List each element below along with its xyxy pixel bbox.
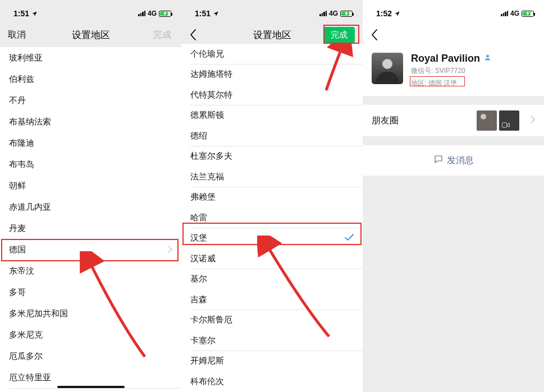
network-label: 4G [148, 10, 157, 17]
home-indicator [57, 386, 125, 388]
city-label: 科布伦次 [190, 376, 224, 387]
list-item[interactable]: 基尔 [181, 269, 363, 290]
navbar [363, 22, 544, 47]
country-label: 玻利维亚 [9, 53, 43, 63]
country-label: 布基纳法索 [9, 117, 51, 127]
city-list[interactable]: 个伦瑜兄达姆施塔特代特莫尔特德累斯顿德绍杜塞尔多夫法兰克福弗赖堡哈雷汉堡汉诺威基… [181, 44, 363, 392]
network-label: 4G [329, 10, 338, 17]
country-label: 布韦岛 [9, 159, 34, 170]
list-item[interactable]: 朝鲜 [0, 175, 181, 196]
chat-icon [433, 154, 444, 167]
list-item[interactable]: 德累斯顿 [181, 105, 363, 126]
list-item[interactable]: 卡塞尔 [181, 330, 363, 351]
list-item[interactable]: 科布伦次 [181, 371, 363, 392]
city-label: 法兰克福 [190, 172, 224, 182]
list-item[interactable]: 德绍 [181, 126, 363, 146]
battery-icon [340, 11, 353, 17]
list-item[interactable]: 法兰克福 [181, 167, 363, 187]
checkmark-icon [345, 233, 354, 243]
friend-icon [483, 53, 492, 64]
country-label: 厄瓜多尔 [9, 351, 43, 362]
send-message-label: 发消息 [447, 155, 474, 167]
city-label: 哈雷 [190, 213, 207, 223]
list-item[interactable]: 丹麦 [0, 218, 181, 239]
city-label: 吉森 [190, 294, 207, 305]
cancel-button[interactable]: 取消 [8, 22, 26, 47]
list-item[interactable]: 卡尔斯鲁厄 [181, 310, 363, 331]
list-item[interactable]: 多哥 [0, 282, 181, 303]
page-title: 设置地区 [253, 29, 291, 41]
list-item[interactable]: 汉诺威 [181, 248, 363, 269]
status-time: 1:51 [13, 9, 29, 18]
list-item[interactable]: 达姆施塔特 [181, 64, 363, 85]
status-bar: 1:52 4G [363, 0, 544, 22]
region-text: 地区: 德国 汉堡 [411, 79, 457, 87]
battery-icon [159, 11, 171, 17]
list-item[interactable]: 布隆迪 [0, 132, 181, 154]
screen-profile: 1:52 4G [363, 0, 544, 392]
list-item[interactable]: 吉森 [181, 289, 363, 310]
signal-icon [138, 11, 145, 16]
list-item[interactable]: 不丹 [0, 90, 181, 111]
moments-thumbs [477, 110, 519, 131]
list-item[interactable]: 弗赖堡 [181, 187, 363, 208]
country-label: 多米尼加共和国 [9, 308, 68, 319]
list-item[interactable]: 厄立特里亚 [0, 367, 181, 388]
signal-icon [319, 11, 327, 16]
list-item[interactable]: 伯利兹 [0, 68, 181, 90]
network-label: 4G [510, 10, 519, 17]
list-item[interactable]: 德国 [0, 239, 181, 260]
page-title: 设置地区 [72, 29, 110, 41]
list-item[interactable]: 多米尼克 [0, 324, 181, 345]
country-label: 伯利兹 [9, 74, 34, 85]
list-item[interactable]: 多米尼加共和国 [0, 303, 181, 324]
city-label: 汉诺威 [190, 253, 216, 264]
done-button-disabled: 完成 [153, 22, 173, 47]
avatar[interactable] [372, 53, 403, 84]
city-label: 卡尔斯鲁厄 [190, 315, 232, 325]
city-label: 汉堡 [190, 233, 207, 243]
list-item[interactable]: 玻利维亚 [0, 47, 181, 68]
profile-card: Royal Pavilion 微信号: SVIP7720 地区: 德国 汉堡 [363, 47, 544, 96]
navbar: 取消 设置地区 完成 [0, 22, 181, 47]
svg-rect-0 [502, 123, 507, 127]
country-label: 多米尼克 [9, 330, 43, 340]
list-item[interactable]: 哈雷 [181, 207, 363, 228]
status-time: 1:51 [195, 9, 211, 18]
list-item[interactable]: 厄瓜多尔 [0, 345, 181, 367]
country-list[interactable]: 玻利维亚伯利兹不丹布基纳法索布隆迪布韦岛朝鲜赤道几内亚丹麦德国东帝汶多哥多米尼加… [0, 47, 181, 388]
city-label: 开姆尼斯 [190, 356, 224, 366]
city-label: 德累斯顿 [190, 110, 224, 121]
location-icon [213, 11, 219, 17]
location-icon [31, 11, 38, 17]
city-label: 德绍 [190, 131, 207, 141]
video-icon [502, 122, 510, 128]
send-message-button[interactable]: 发消息 [363, 145, 544, 176]
city-label: 卡塞尔 [190, 335, 216, 346]
list-item[interactable]: 赤道几内亚 [0, 196, 181, 218]
signal-icon [501, 11, 508, 16]
moments-thumb-video [499, 110, 519, 131]
list-item[interactable]: 汉堡 [181, 228, 363, 249]
chevron-right-icon [531, 116, 535, 126]
moments-thumb [477, 110, 497, 131]
list-item[interactable]: 个伦瑜兄 [181, 44, 363, 64]
moments-row[interactable]: 朋友圈 [363, 105, 544, 136]
city-label: 弗赖堡 [190, 192, 216, 202]
list-item[interactable]: 开姆尼斯 [181, 351, 363, 372]
list-item[interactable]: 杜塞尔多夫 [181, 146, 363, 167]
country-label: 东帝汶 [9, 266, 34, 276]
country-label: 德国 [9, 245, 26, 255]
location-icon [394, 11, 400, 17]
back-button[interactable] [371, 22, 378, 47]
list-item[interactable]: 代特莫尔特 [181, 85, 363, 105]
list-item[interactable]: 布韦岛 [0, 154, 181, 175]
city-label: 代特莫尔特 [190, 90, 232, 100]
country-label: 多哥 [9, 287, 26, 298]
done-button-label: 完成 [323, 27, 355, 43]
list-item[interactable]: 布基纳法索 [0, 111, 181, 132]
city-label: 杜塞尔多夫 [190, 151, 232, 162]
country-label: 布隆迪 [9, 138, 34, 149]
list-item[interactable]: 东帝汶 [0, 260, 181, 282]
country-label: 丹麦 [9, 223, 26, 234]
